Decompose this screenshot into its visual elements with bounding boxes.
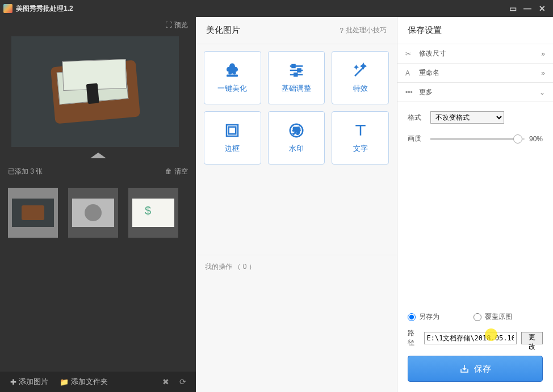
accordion-rename[interactable]: A 重命名 »	[397, 64, 553, 83]
left-panel: ⛶ 预览 已添加 3 张 🗑 清空 $ ✚ 添加图片	[0, 17, 196, 392]
accordion-resize[interactable]: ✂ 修改尺寸 »	[397, 44, 553, 64]
close-button[interactable]: ✕	[535, 3, 550, 14]
refresh-button[interactable]: ⟳	[175, 374, 190, 389]
tool-adjust-label: 基础调整	[282, 83, 311, 94]
rename-icon: A	[405, 69, 414, 77]
chevron-right-icon: »	[541, 50, 545, 58]
folder-icon: 📁	[60, 378, 69, 386]
right-panel: 保存设置 ✂ 修改尺寸 » A 重命名 » ••• 更多 ⌄ 格式 不改变格式 …	[397, 17, 553, 392]
my-ops-label: 我的操作 （ 0 ）	[205, 262, 255, 272]
plus-icon: ✚	[10, 378, 16, 386]
crop-icon: ✂	[405, 50, 414, 58]
accordion-more[interactable]: ••• 更多 ⌄	[397, 83, 553, 102]
tool-beauty[interactable]: 一键美化	[204, 51, 261, 104]
quality-value: 90%	[529, 135, 543, 143]
tips-label: 批处理小技巧	[346, 26, 387, 35]
trash-icon: 🗑	[165, 167, 172, 175]
path-input[interactable]	[424, 332, 517, 344]
svg-text:秀: 秀	[292, 127, 300, 135]
app-title: 美图秀秀批处理1.2	[16, 4, 73, 14]
add-image-button[interactable]: ✚ 添加图片	[6, 374, 53, 389]
tool-beauty-label: 一键美化	[217, 83, 247, 94]
thumbnail-3[interactable]: $	[128, 188, 178, 238]
save-settings-title: 保存设置	[397, 17, 553, 44]
svg-rect-0	[227, 75, 238, 77]
added-count: 已添加 3 张	[8, 167, 43, 176]
preview-image	[11, 36, 179, 147]
thumbnail-strip: $	[0, 180, 196, 246]
svg-rect-4	[292, 65, 295, 68]
format-label: 格式	[408, 113, 430, 123]
tool-text-label: 文字	[353, 144, 368, 154]
add-folder-label: 添加文件夹	[71, 377, 108, 387]
clear-label: 清空	[174, 167, 188, 176]
quality-slider[interactable]	[430, 138, 525, 140]
tool-border[interactable]: 边框	[204, 111, 261, 165]
save-button[interactable]: 保存	[408, 356, 543, 382]
beautify-title: 美化图片	[206, 25, 240, 36]
chevron-right-icon: »	[541, 69, 545, 77]
left-footer: ✚ 添加图片 📁 添加文件夹 ✖ ⟳	[0, 372, 196, 392]
preview-label: 预览	[174, 20, 188, 30]
help-icon: ?	[340, 27, 343, 35]
batch-tips-link[interactable]: ? 批处理小技巧	[340, 26, 387, 35]
tool-adjust[interactable]: 基础调整	[268, 51, 325, 104]
app-logo-icon	[3, 4, 12, 13]
format-select[interactable]: 不改变格式	[430, 111, 504, 124]
svg-rect-8	[229, 127, 236, 134]
chevron-down-icon: ⌄	[539, 88, 545, 96]
preview-toggle[interactable]: ⛶ 预览	[0, 17, 196, 33]
svg-rect-5	[298, 69, 300, 72]
overwrite-radio[interactable]: 覆盖原图	[474, 312, 512, 322]
feedback-button[interactable]: ▭	[505, 3, 520, 14]
remove-button[interactable]: ✖	[158, 374, 173, 389]
thumbnail-1[interactable]	[8, 188, 58, 238]
text-icon	[352, 122, 369, 139]
my-operations-header[interactable]: 我的操作 （ 0 ）	[196, 255, 397, 279]
slider-knob[interactable]	[513, 134, 522, 144]
save-as-radio[interactable]: 另存为	[408, 312, 439, 322]
svg-rect-6	[294, 73, 297, 76]
acc-rename-label: 重命名	[419, 68, 439, 78]
frame-icon	[224, 122, 241, 139]
acc-more-label: 更多	[419, 87, 433, 97]
title-bar: 美图秀秀批处理1.2 ▭ — ✕	[0, 0, 553, 17]
collapse-up-icon[interactable]	[90, 153, 106, 158]
more-icon: •••	[405, 88, 414, 96]
tool-border-label: 边框	[225, 144, 240, 154]
path-label: 路径	[408, 328, 420, 348]
save-icon	[459, 364, 470, 374]
stamp-icon: 秀	[288, 122, 305, 139]
flower-icon	[224, 62, 241, 79]
clear-button[interactable]: 🗑 清空	[165, 167, 188, 176]
my-operations-body	[196, 279, 397, 392]
tool-text[interactable]: 文字	[332, 111, 389, 165]
add-folder-button[interactable]: 📁 添加文件夹	[55, 374, 112, 389]
preview-icon: ⛶	[165, 21, 172, 29]
sliders-icon	[288, 62, 305, 79]
tool-effects-label: 特效	[353, 83, 368, 94]
tool-effects[interactable]: 特效	[332, 51, 389, 104]
save-label: 保存	[474, 364, 491, 374]
tool-watermark[interactable]: 秀 水印	[268, 111, 325, 165]
thumbnail-2[interactable]	[68, 188, 118, 238]
acc-resize-label: 修改尺寸	[419, 49, 446, 58]
quality-label: 画质	[408, 134, 430, 144]
minimize-button[interactable]: —	[520, 3, 535, 14]
middle-panel: 美化图片 ? 批处理小技巧 一键美化 基础调整 特效 边框	[196, 17, 397, 392]
tool-watermark-label: 水印	[289, 144, 304, 154]
wand-icon	[352, 62, 369, 79]
change-path-button[interactable]: 更改	[521, 332, 543, 344]
add-image-label: 添加图片	[19, 377, 48, 387]
